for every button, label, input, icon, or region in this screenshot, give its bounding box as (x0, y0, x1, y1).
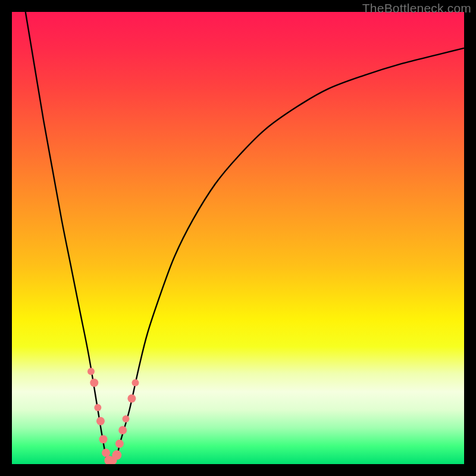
data-marker (115, 440, 124, 448)
data-marker (90, 378, 98, 387)
plot-area (12, 12, 464, 464)
data-marker (96, 417, 105, 425)
chart-frame: TheBottleneck.com (0, 0, 476, 476)
data-marker (102, 449, 110, 457)
data-marker (127, 394, 136, 403)
bottleneck-curve-svg (12, 12, 464, 464)
data-marker (87, 368, 95, 375)
data-marker (123, 415, 130, 422)
data-marker (99, 435, 108, 443)
data-marker (131, 379, 139, 386)
data-markers (87, 368, 139, 464)
bottleneck-curve-path (26, 12, 464, 462)
data-marker (94, 404, 101, 411)
data-marker (118, 426, 127, 434)
data-marker (112, 450, 121, 460)
watermark-text: TheBottleneck.com (362, 1, 471, 15)
